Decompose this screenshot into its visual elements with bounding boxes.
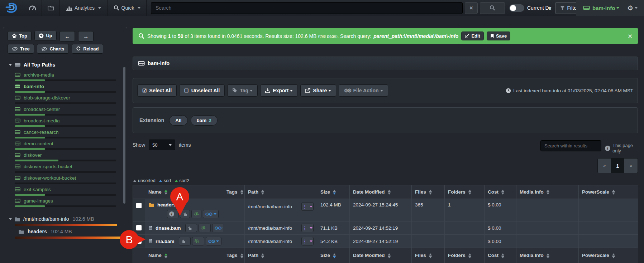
row-checkbox[interactable] xyxy=(136,203,142,208)
fingerprint-button[interactable] xyxy=(199,224,211,232)
item-name-link[interactable]: rna.bam xyxy=(156,239,175,244)
fs-child-row[interactable]: headers 102.4 MB xyxy=(18,228,123,235)
copy-hand-button[interactable] xyxy=(179,237,191,245)
col-footer-mediainfo[interactable]: Media Info xyxy=(516,248,579,263)
fingerprint-button[interactable] xyxy=(191,210,201,218)
col-header-size[interactable]: Size xyxy=(317,185,350,199)
col-footer-modified[interactable]: Date Modified xyxy=(350,248,412,263)
tree-item-link[interactable]: demo-content xyxy=(15,140,123,147)
toggle-switch[interactable] xyxy=(509,4,524,12)
col-header-powerscale[interactable]: PowerScale xyxy=(579,185,638,199)
select-all-button[interactable]: ☑ Select All xyxy=(137,84,177,97)
sort-arrows-icon[interactable] xyxy=(468,190,471,195)
file-actions-dropdown[interactable]: ⚙⚙ xyxy=(206,237,221,245)
extension-all-pill[interactable]: All xyxy=(169,115,187,126)
col-header-path[interactable]: Path xyxy=(245,185,317,199)
next-page-button[interactable]: » xyxy=(624,159,638,173)
col-footer-tags[interactable]: Tags xyxy=(223,248,245,263)
sort-arrows-icon[interactable] xyxy=(501,253,504,258)
export-dropdown[interactable]: Export xyxy=(260,84,298,97)
file-actions-dropdown[interactable]: ⚙⚙ xyxy=(203,210,219,218)
tag-dropdown[interactable]: Tag xyxy=(227,84,258,97)
path-actions-dropdown[interactable]: ⋮ xyxy=(301,224,314,232)
file-actions-dropdown[interactable]: ⚙⚙ xyxy=(212,224,223,232)
reload-button[interactable]: Reload xyxy=(72,44,103,54)
dashboard-button[interactable] xyxy=(23,0,42,16)
diskover-logo[interactable] xyxy=(0,0,23,16)
sort-arrows-icon[interactable] xyxy=(612,190,615,195)
sort-arrows-icon[interactable] xyxy=(240,190,243,195)
col-footer-files[interactable]: Files xyxy=(412,248,445,263)
col-footer-powerscale[interactable]: PowerScale xyxy=(579,248,638,263)
back-button[interactable]: ← xyxy=(59,31,75,42)
sort-arrows-icon[interactable] xyxy=(164,190,167,195)
sort-arrows-icon[interactable] xyxy=(261,253,264,258)
sort-arrows-icon[interactable] xyxy=(333,253,336,258)
tree-item-link[interactable]: diskover-sports-bucket xyxy=(15,163,123,170)
tree-item-link[interactable]: game-images xyxy=(15,197,123,204)
current-dir-toggle[interactable]: Current Dir xyxy=(509,4,552,12)
copy-hand-button[interactable] xyxy=(185,224,197,232)
up-button[interactable]: Up xyxy=(34,31,56,40)
sort-arrows-icon[interactable] xyxy=(501,190,504,195)
sort-arrows-icon[interactable] xyxy=(429,190,432,195)
search-within-results-input[interactable] xyxy=(540,140,601,151)
col-header-modified[interactable]: Date Modified xyxy=(350,185,412,199)
tree-root[interactable]: All Top Paths xyxy=(8,62,123,68)
share-dropdown[interactable]: Share xyxy=(300,84,336,97)
file-browser-button[interactable] xyxy=(42,0,60,16)
col-header-folders[interactable]: Folders xyxy=(445,185,485,199)
item-name-link[interactable]: dnase.bam xyxy=(156,225,181,231)
tree-item-link[interactable]: bam-info xyxy=(15,83,123,90)
fingerprint-button[interactable] xyxy=(192,237,204,245)
search-input[interactable] xyxy=(151,2,463,14)
tree-item-link[interactable]: exif-samples xyxy=(15,186,123,193)
close-icon[interactable]: × xyxy=(628,32,632,40)
col-footer-folders[interactable]: Folders xyxy=(445,248,485,263)
page-1-button[interactable]: 1 xyxy=(611,159,624,173)
fs-root-row[interactable]: /mnt/media/bam-info 102.6 MB xyxy=(8,215,123,223)
sort-arrows-icon[interactable] xyxy=(261,190,264,195)
quick-dropdown[interactable]: Quick xyxy=(108,0,147,16)
col-header-files[interactable]: Files xyxy=(412,185,445,199)
tree-scrollbar[interactable] xyxy=(123,67,125,204)
top-button[interactable]: Top xyxy=(8,31,32,41)
row-checkbox[interactable] xyxy=(136,225,142,230)
charts-toggle-button[interactable]: Charts xyxy=(37,44,68,54)
tree-toggle-button[interactable]: Tree xyxy=(8,44,34,54)
tree-item-link[interactable]: archive-media xyxy=(15,71,123,78)
unselect-all-button[interactable]: ☐ Unselect All xyxy=(179,84,225,97)
col-footer-path[interactable]: Path xyxy=(245,248,317,263)
clear-search-button[interactable]: ✕ xyxy=(465,2,478,14)
col-header-tags[interactable]: Tags xyxy=(223,185,245,199)
col-header-cost[interactable]: Cost xyxy=(485,185,516,199)
col-footer-name[interactable]: Name xyxy=(145,248,223,263)
sort-arrows-icon[interactable] xyxy=(333,190,336,195)
analytics-dropdown[interactable]: Analytics xyxy=(60,0,108,16)
sort-arrows-icon[interactable] xyxy=(164,253,167,258)
save-search-button[interactable]: Save xyxy=(487,31,510,40)
forward-button[interactable]: → xyxy=(78,31,94,42)
search-submit-button[interactable] xyxy=(480,2,505,14)
sort-arrows-icon[interactable] xyxy=(388,253,391,258)
col-footer-cost[interactable]: Cost xyxy=(485,248,516,263)
prev-page-button[interactable]: « xyxy=(598,159,611,173)
sort-arrows-icon[interactable] xyxy=(547,190,549,195)
tree-item-link[interactable]: broadcast-center xyxy=(15,106,123,113)
edit-query-button[interactable]: Edit xyxy=(461,31,484,40)
sort-arrows-icon[interactable] xyxy=(547,253,549,258)
items-per-page-select[interactable]: 50 xyxy=(149,140,175,150)
sort-arrows-icon[interactable] xyxy=(240,253,243,258)
file-action-dropdown[interactable]: ⚙⚙ File Action xyxy=(339,84,388,97)
tree-item-link[interactable]: cancer-research xyxy=(15,128,123,136)
sort-arrows-icon[interactable] xyxy=(468,253,471,258)
path-actions-dropdown[interactable]: ⋮ xyxy=(301,237,314,245)
tree-item-link[interactable]: broadcast-media xyxy=(15,117,123,124)
path-actions-dropdown[interactable]: ⋮ xyxy=(301,202,314,211)
col-footer-size[interactable]: Size xyxy=(317,248,350,263)
col-header-mediainfo[interactable]: Media Info xyxy=(516,185,579,199)
extension-bam-pill[interactable]: bam 2 xyxy=(191,115,218,126)
sort-arrows-icon[interactable] xyxy=(612,253,615,258)
tree-item-link[interactable]: diskover xyxy=(15,151,123,159)
settings-dropdown[interactable]: ⚙ xyxy=(627,4,638,12)
